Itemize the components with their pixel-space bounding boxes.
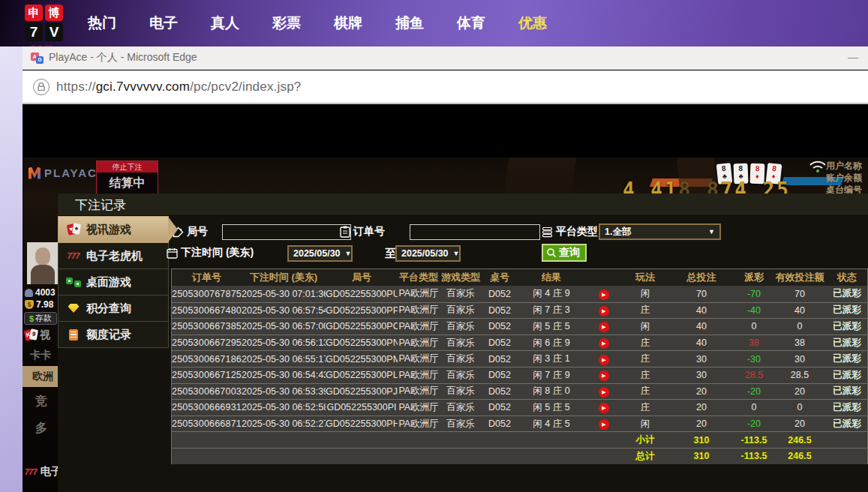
page-content: PLAYACE 停止下注 结算中 8♣ 8♣ 8♦ 8♦ 4 418 874 2… <box>23 105 868 492</box>
cell-bet-time: 2025-05-30 06:57:54 <box>242 305 326 316</box>
nav-item[interactable]: 热门 <box>88 14 116 33</box>
nav-item[interactable]: 优惠 <box>518 14 547 33</box>
subtotal-total: 310 <box>668 435 735 446</box>
lock-icon[interactable] <box>33 79 50 95</box>
screenshot-root: 申 博 7 V .com 热门 电子 真人 彩票 棋牌 捕鱼 体育 优惠 AG … <box>0 0 868 492</box>
cell-table-no: D052 <box>482 402 518 412</box>
cell-table-no: D052 <box>482 338 518 348</box>
platform-type-value: 1.全部 <box>605 226 631 238</box>
user-balance-value: 7.98 <box>36 299 53 310</box>
username-label: 用户名称 <box>826 160 862 172</box>
minimize-button[interactable]: — <box>848 53 858 62</box>
modal-tabs: ♥♠ 视讯游戏 777 电子老虎机 桌面游戏 积分查询 <box>58 216 169 348</box>
lobby-item-video[interactable]: K9 视 <box>25 328 50 342</box>
deposit-label: 存款 <box>35 313 52 324</box>
replay-button[interactable]: ▶ <box>599 290 609 300</box>
cell-round-id: GD052255300PJ <box>326 386 398 397</box>
platform-type-label-text: 平台类型 <box>556 225 598 238</box>
lobby-item-kaka[interactable]: 卡卡 <box>30 349 51 362</box>
lobby-jing-label: 竞 <box>35 394 47 410</box>
cell-platform: PA欧洲厅 <box>398 287 440 300</box>
round-id-input[interactable] <box>222 224 351 240</box>
lobby-kaka-label: 卡卡 <box>30 349 51 362</box>
cell-round-id: GD052255300PP <box>326 305 398 316</box>
tab-slot-machines-label: 电子老虎机 <box>86 249 143 263</box>
cell-total-bet: 20 <box>668 386 735 397</box>
date-to-select[interactable]: 2025/05/30 ▼ <box>395 245 461 262</box>
platform-type-label: 平台类型 <box>542 225 598 238</box>
cell-payout: 28.5 <box>735 370 773 380</box>
cell-valid-bet: 0 <box>773 321 827 332</box>
cell-total-bet: 40 <box>668 305 735 316</box>
grandtotal-row: 总计 310 -113.5 246.5 <box>172 448 867 464</box>
table-row: 250530066687196 2025-05-30 06:52:27 GD05… <box>172 416 867 432</box>
cell-game-type: 百家乐 <box>440 385 482 398</box>
replay-button[interactable]: ▶ <box>599 355 609 365</box>
tab-table-games[interactable]: 桌面游戏 <box>58 268 169 296</box>
replay-button[interactable]: ▶ <box>599 306 609 316</box>
cell-order-id: 250530066693181 <box>172 402 242 412</box>
cell-total-bet: 40 <box>668 338 735 348</box>
search-button[interactable]: 查询 <box>542 244 587 262</box>
cell-platform: PA欧洲厅 <box>398 401 440 414</box>
lobby-item-duo[interactable]: 多 <box>35 421 47 436</box>
lobby-left-menu: 4003 $ 7.98 $ 存款 K9 视 卡卡 <box>23 240 58 492</box>
header-cell: 状态 <box>827 271 867 284</box>
replay-button[interactable]: ▶ <box>599 387 609 398</box>
cell-result: 闲 4 庄 9 <box>518 287 585 300</box>
bet-time-label-text: 下注时间 (美东) <box>181 246 254 260</box>
url-text[interactable]: https://gci.7vvvvvv.com/pc/pcv2/index.js… <box>56 80 302 94</box>
cell-payout: -70 <box>735 289 773 299</box>
replay-button[interactable]: ▶ <box>599 338 609 349</box>
replay-button[interactable]: ▶ <box>599 322 609 332</box>
cell-bet-time: 2025-05-30 07:01:36 <box>242 289 326 299</box>
browser-urlbar[interactable]: https://gci.7vvvvvv.com/pc/pcv2/index.js… <box>23 70 868 104</box>
nav-item[interactable]: 棋牌 <box>334 14 362 33</box>
lobby-video-label: 视 <box>40 328 50 342</box>
nav-item[interactable]: 体育 <box>457 14 485 33</box>
platform-type-select[interactable]: 1.全部 ▼ <box>599 224 721 240</box>
cell-payout: 0 <box>735 321 773 332</box>
cell-status: 已派彩 <box>827 287 867 300</box>
user-avatar[interactable] <box>27 242 59 284</box>
cell-play-type: 闲 <box>623 418 668 430</box>
date-from-select[interactable]: 2025/05/30 ▼ <box>287 245 353 262</box>
lobby-item-europe-active[interactable]: 欧洲 <box>23 366 58 387</box>
replay-button[interactable]: ▶ <box>599 403 609 413</box>
lobby-item-jing[interactable]: 竞 <box>35 394 47 410</box>
site-logo[interactable]: 申 博 7 V .com <box>25 4 68 46</box>
nav-item[interactable]: 捕鱼 <box>395 14 424 33</box>
nav-item[interactable]: 电子 <box>149 14 178 33</box>
gem-icon <box>65 304 83 313</box>
nav-item[interactable]: 真人 <box>211 14 239 33</box>
document-icon <box>65 329 83 340</box>
cell-result: 闲 5 庄 5 <box>518 320 585 333</box>
table-row: 250530066718680 2025-05-30 06:55:17 GD05… <box>172 350 867 367</box>
cell-bet-time: 2025-05-30 06:53:39 <box>242 386 326 397</box>
cell-status: 已派彩 <box>827 418 867 430</box>
balance-label: 账户余额 <box>826 172 862 184</box>
bet-records-table: 订单号下注时间 (美东)局号平台类型游戏类型桌号结果玩法总投注派彩有效投注额状态… <box>171 268 868 464</box>
tab-credit-records[interactable]: 额度记录 <box>58 321 169 348</box>
cell-game-type: 百家乐 <box>440 337 482 350</box>
tab-video-games[interactable]: ♥♠ 视讯游戏 <box>58 216 169 243</box>
order-id-input[interactable] <box>410 224 540 240</box>
lobby-item-slots[interactable]: 777 电子 <box>25 465 62 478</box>
replay-button[interactable]: ▶ <box>599 419 609 430</box>
cell-payout: 0 <box>735 402 773 412</box>
tab-points-query[interactable]: 积分查询 <box>58 295 169 322</box>
cell-table-no: D052 <box>482 386 518 397</box>
deposit-button[interactable]: $ 存款 <box>24 312 57 325</box>
nav-item[interactable]: 彩票 <box>272 14 301 33</box>
cell-bet-time: 2025-05-30 06:54:43 <box>242 370 326 380</box>
user-icon <box>25 289 33 297</box>
cell-result: 闲 8 庄 0 <box>518 385 585 398</box>
cell-status: 已派彩 <box>827 337 867 350</box>
cell-valid-bet: 70 <box>773 289 827 299</box>
tab-slot-machines[interactable]: 777 电子老虎机 <box>58 242 169 269</box>
cell-total-bet: 70 <box>668 289 735 299</box>
browser-titlebar[interactable]: AG PlayAce - 个人 - Microsoft Edge — <box>23 46 868 70</box>
replay-button[interactable]: ▶ <box>599 370 609 381</box>
cell-table-no: D052 <box>482 418 518 429</box>
cell-table-no: D052 <box>482 354 518 364</box>
